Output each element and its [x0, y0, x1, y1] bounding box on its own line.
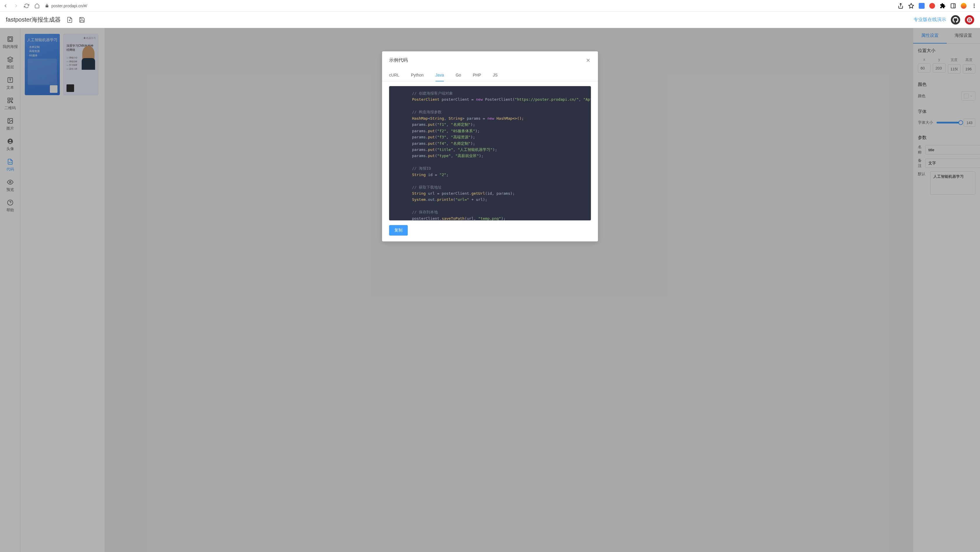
url-bar[interactable]: poster.prodapi.cn/#/: [45, 3, 892, 8]
code-block[interactable]: // 创建海报客户端对象 PosterClient posterClient =…: [389, 86, 591, 220]
svg-rect-0: [951, 3, 956, 8]
back-icon[interactable]: [3, 3, 8, 8]
star-icon[interactable]: [908, 3, 914, 9]
extensions-icon[interactable]: [940, 3, 946, 9]
svg-point-2: [974, 3, 974, 5]
gitee-icon[interactable]: [965, 15, 974, 24]
tab-curl[interactable]: cURL: [389, 69, 399, 81]
modal-overlay[interactable]: 示例代码 ✕ cURL Python Java Go PHP JS // 创建海…: [0, 28, 980, 552]
modal-title: 示例代码: [389, 57, 408, 63]
forward-icon[interactable]: [13, 3, 19, 8]
tab-python[interactable]: Python: [411, 69, 424, 81]
new-file-icon[interactable]: [67, 17, 73, 23]
tab-php[interactable]: PHP: [473, 69, 481, 81]
tab-go[interactable]: Go: [456, 69, 461, 81]
modal-close-button[interactable]: ✕: [585, 57, 591, 63]
lock-icon: [45, 4, 49, 8]
extension-translate-icon[interactable]: [919, 3, 924, 9]
browser-toolbar: poster.prodapi.cn/#/: [0, 0, 980, 12]
url-text: poster.prodapi.cn/#/: [51, 3, 87, 8]
copy-button[interactable]: 复制: [389, 225, 408, 236]
extension-red-icon[interactable]: [929, 3, 935, 9]
svg-point-3: [974, 5, 974, 6]
reload-icon[interactable]: [24, 3, 29, 8]
code-sample-modal: 示例代码 ✕ cURL Python Java Go PHP JS // 创建海…: [382, 51, 598, 241]
share-icon[interactable]: [898, 3, 904, 9]
home-icon[interactable]: [34, 3, 40, 8]
profile-avatar-icon[interactable]: [961, 3, 967, 9]
github-icon[interactable]: [951, 15, 960, 24]
svg-point-4: [974, 7, 974, 8]
pro-version-link[interactable]: 专业版在线演示: [913, 17, 946, 23]
tab-js[interactable]: JS: [493, 69, 498, 81]
save-icon[interactable]: [79, 17, 85, 23]
menu-icon[interactable]: [971, 3, 977, 9]
app-title: fastposter海报生成器: [6, 16, 60, 24]
tab-java[interactable]: Java: [436, 69, 444, 81]
app-header: fastposter海报生成器 专业版在线演示: [0, 12, 980, 28]
panel-icon[interactable]: [950, 3, 956, 9]
